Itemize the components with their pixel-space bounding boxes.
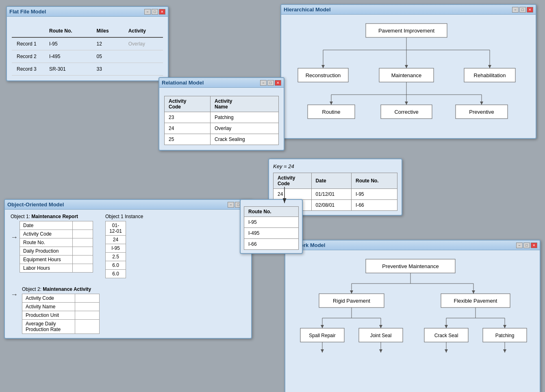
flat-col-miles: Miles: [92, 25, 124, 37]
network-svg: Preventive Maintenance Rigid Pavement Fl…: [295, 255, 530, 385]
svg-marker-35: [350, 290, 353, 294]
svg-marker-21: [405, 102, 408, 105]
svg-text:Spall Repair: Spall Repair: [309, 333, 335, 338]
relational-minimize[interactable]: −: [260, 80, 267, 86]
flat-row3-label: Record 3: [12, 63, 44, 76]
hier-minimize[interactable]: −: [512, 7, 519, 13]
flat-file-content: Route No. Miles Activity Record 1 I-95 1…: [7, 17, 168, 80]
rel-col-code: ActivityCode: [165, 96, 211, 112]
hierarchy-diagram: Pavement Improvement Reconstruction M: [291, 19, 526, 133]
partial-row-1: I-95: [244, 217, 299, 228]
key-col-date: Date: [311, 173, 351, 189]
flat-file-controls: − □ ✕: [144, 9, 165, 15]
svg-text:Rigid Pavement: Rigid Pavement: [333, 298, 370, 304]
hier-maximize[interactable]: □: [519, 7, 526, 13]
oo-field2-avgrate: Average Daily Production Rate: [22, 320, 100, 334]
oo-inst-labor: 6.0: [106, 270, 126, 278]
svg-text:Pavement Improvement: Pavement Improvement: [378, 28, 434, 34]
flat-row1-activity: Overlay: [124, 37, 163, 50]
oo-content: Object 1: Maintenance Report → Date Acti…: [5, 210, 251, 338]
oo-inst-equipment: 6.0: [106, 261, 126, 270]
flat-file-maximize[interactable]: □: [152, 9, 158, 15]
relational-table: ActivityCode ActivityName 23 Patching 24…: [164, 96, 279, 145]
oo-field2-actcode: Activity Code: [22, 294, 100, 303]
rel-row-1: 23 Patching: [165, 112, 279, 123]
network-diagram: Preventive Maintenance Rigid Pavement Fl…: [295, 255, 530, 389]
svg-text:Preventive Maintenance: Preventive Maintenance: [382, 263, 439, 269]
svg-marker-65: [379, 349, 382, 353]
relational-maximize[interactable]: □: [267, 80, 274, 86]
flat-row3-miles: 33: [92, 63, 124, 76]
flat-row2-label: Record 2: [12, 50, 44, 63]
key-row1-route: I-95: [352, 189, 397, 200]
oo-inst-production: 2.5: [106, 253, 126, 261]
flat-row1-label: Record 1: [12, 37, 44, 50]
rel-row2-code: 24: [165, 123, 211, 134]
oo-field-actcode: Activity Code: [20, 230, 93, 238]
oo-instance-table: 01-12-01 24 I-95 2.5 6.0 6.0: [105, 221, 126, 278]
oo-field-equipment: Equipment Hours: [20, 256, 93, 264]
flat-row3-activity: [124, 63, 163, 76]
oo-field-route: Route No.: [20, 238, 93, 247]
rel-col-name: ActivityName: [210, 96, 278, 112]
svg-marker-19: [330, 102, 333, 105]
hier-close[interactable]: ✕: [527, 7, 533, 13]
oo-instance-label: Object 1 Instance: [105, 214, 143, 219]
oo-inst-actcode: 24: [106, 236, 126, 244]
rel-row-2: 24 Overlay: [165, 123, 279, 134]
flat-row-3: Record 3 SR-301 33: [12, 63, 163, 76]
partial-row1-route: I-95: [244, 217, 299, 228]
oo-inst-route: I-95: [106, 244, 126, 253]
svg-text:Reconstruction: Reconstruction: [306, 72, 341, 78]
net-close[interactable]: ✕: [531, 243, 537, 248]
relational-controls: − □ ✕: [260, 80, 281, 86]
flat-col-empty: [12, 25, 44, 37]
network-controls: − □ ✕: [516, 243, 537, 248]
net-minimize[interactable]: −: [516, 243, 523, 248]
svg-marker-7: [405, 65, 408, 68]
svg-marker-47: [379, 325, 382, 328]
svg-marker-23: [480, 102, 483, 105]
flat-row2-activity: [124, 50, 163, 63]
network-titlebar: Network Model − □ ✕: [285, 240, 540, 250]
relational-title: Relational Model: [162, 80, 204, 86]
oo-object2-table: Activity Code Activity Name Production U…: [22, 294, 100, 334]
flat-col-route: Route No.: [44, 25, 92, 37]
svg-text:Routine: Routine: [322, 109, 341, 115]
flat-file-titlebar: Flat File Model − □ ✕: [7, 7, 168, 17]
flat-file-close[interactable]: ✕: [159, 9, 165, 15]
flat-file-minimize[interactable]: −: [144, 9, 151, 15]
svg-marker-37: [472, 290, 475, 294]
partial-row3-route: I-66: [244, 239, 299, 250]
oo-title: Object-Oriented Model: [7, 201, 64, 208]
relational-close[interactable]: ✕: [275, 80, 281, 86]
svg-marker-69: [503, 349, 506, 353]
flat-row2-route: I-495: [44, 50, 92, 63]
relational-titlebar: Relational Model − □ ✕: [159, 78, 284, 88]
key-row2-date: 02/08/01: [311, 200, 351, 211]
svg-marker-67: [445, 349, 448, 353]
oo-window: Object-Oriented Model − □ ✕ Object 1: Ma…: [4, 199, 252, 339]
key-row-1: 24 01/12/01 I-95: [274, 189, 397, 200]
net-maximize[interactable]: □: [523, 243, 530, 248]
oo-field2-produnit: Production Unit: [22, 311, 100, 320]
svg-text:Rehabilitation: Rehabilitation: [474, 72, 506, 78]
partial-row-3: I-66: [244, 239, 299, 250]
rel-row3-code: 25: [165, 134, 211, 145]
flat-col-activity: Activity: [124, 25, 163, 37]
partial-window: Route No. I-95 I-495 I-66: [240, 199, 303, 254]
flat-row3-route: SR-301: [44, 63, 92, 76]
oo-minimize[interactable]: −: [228, 202, 234, 208]
rel-row-3: 25 Crack Sealing: [165, 134, 279, 145]
oo-object2-arrow-area: →: [11, 286, 20, 299]
oo-titlebar: Object-Oriented Model − □ ✕: [5, 200, 251, 210]
oo-object1-label: Object 1: Maintenance Report: [11, 214, 93, 219]
partial-col-route: Route No.: [244, 207, 299, 217]
flat-file-title: Flat File Model: [9, 9, 46, 15]
hierarchical-titlebar: Hierarchical Model − □ ✕: [281, 5, 536, 15]
relational-window: Relational Model − □ ✕ ActivityCode Acti…: [159, 77, 284, 151]
svg-marker-51: [445, 325, 448, 328]
svg-marker-53: [503, 325, 506, 328]
key-label: Key = 24: [273, 163, 397, 169]
oo-arrow1: →: [11, 233, 18, 242]
